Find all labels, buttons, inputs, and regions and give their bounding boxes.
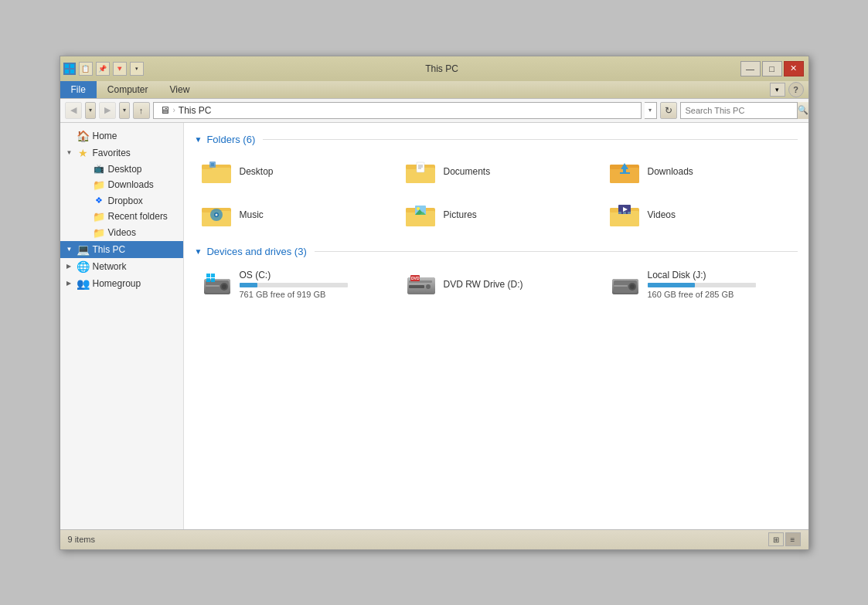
folder-label-documents: Documents (444, 166, 491, 177)
view-buttons: ⊞ ≡ (768, 532, 801, 546)
folder-item-music[interactable]: Music (195, 196, 390, 233)
up-button[interactable]: ↑ (133, 102, 150, 119)
back-button[interactable]: ◀ (65, 102, 82, 119)
sidebar-item-desktop[interactable]: 📺 Desktop (76, 161, 183, 177)
folders-section-title: Folders (6) (206, 134, 255, 145)
svg-rect-42 (628, 212, 631, 214)
sidebar-item-dropbox[interactable]: ❖ Dropbox (76, 193, 183, 209)
drive-item-j[interactable]: Local Disk (J:) 160 GB free of 285 GB (603, 265, 798, 304)
quick-access-btn2[interactable]: 📌 (96, 62, 110, 76)
back-dropdown-button[interactable]: ▾ (85, 102, 96, 119)
folder-img-downloads (609, 158, 642, 185)
address-path[interactable]: 🖥 › This PC (153, 102, 642, 119)
sidebar-item-videos[interactable]: 📁 Videos (76, 225, 183, 241)
folder-label-pictures: Pictures (444, 209, 477, 220)
sidebar-item-downloads[interactable]: 📁 Downloads (76, 177, 183, 193)
search-input[interactable] (681, 104, 797, 117)
help-button[interactable]: ? (788, 82, 804, 97)
sidebar-downloads-label: Downloads (108, 179, 154, 190)
folder-item-pictures[interactable]: Pictures (399, 196, 594, 233)
svg-text:DVD: DVD (411, 276, 420, 280)
sidebar-homegroup-label: Homegroup (93, 278, 141, 289)
svg-rect-1 (70, 64, 74, 68)
svg-rect-20 (623, 169, 626, 172)
grid-view-button[interactable]: ⊞ (768, 532, 784, 546)
folder-img-pictures (405, 201, 437, 229)
folder-item-desktop[interactable]: Desktop (195, 153, 390, 190)
dropbox-icon: ❖ (93, 195, 105, 206)
drive-info-c: OS (C:) 761 GB free of 919 GB (240, 270, 383, 299)
sidebar-favorites-label: Favorites (93, 148, 131, 158)
sidebar-item-homegroup[interactable]: ▶ 👥 Homegroup (60, 275, 183, 292)
drives-collapse-arrow[interactable]: ▼ (195, 247, 203, 256)
search-button[interactable]: 🔍 (797, 102, 808, 119)
svg-rect-2 (65, 70, 69, 73)
sidebar-item-network[interactable]: ▶ 🌐 Network (60, 258, 183, 275)
favorites-sub: 📺 Desktop 📁 Downloads ❖ Dropbox 📁 Rec (60, 161, 183, 241)
home-icon: 🏠 (77, 130, 90, 142)
sidebar-item-favorites[interactable]: ▼ ★ Favorites (60, 144, 183, 161)
quick-access-dropdown[interactable]: ▾ (130, 62, 144, 76)
list-view-button[interactable]: ≡ (785, 532, 801, 546)
items-count: 9 items (68, 535, 95, 544)
drive-bar-fill-c (240, 283, 258, 287)
svg-rect-50 (211, 274, 215, 277)
minimize-button[interactable]: — (740, 61, 761, 76)
folder-img-videos (609, 201, 642, 229)
refresh-button[interactable]: ↻ (660, 102, 677, 119)
drives-divider (315, 251, 798, 252)
ribbon-expand-button[interactable]: ▾ (770, 83, 785, 97)
svg-rect-49 (206, 274, 210, 277)
sidebar-item-home[interactable]: 🏠 Home (60, 127, 183, 144)
tab-view[interactable]: View (159, 81, 201, 98)
svg-point-47 (222, 284, 226, 289)
drive-name-c: OS (C:) (240, 270, 383, 280)
window-title: This PC (144, 63, 740, 74)
sidebar-recent-label: Recent folders (108, 211, 168, 222)
drives-grid: OS (C:) 761 GB free of 919 GB (195, 265, 798, 304)
folders-section-header: ▼ Folders (6) (195, 134, 798, 145)
folder-img-documents (405, 158, 437, 185)
drive-item-c[interactable]: OS (C:) 761 GB free of 919 GB (195, 265, 390, 304)
folder-item-downloads[interactable]: Downloads (603, 153, 798, 190)
drive-bar-fill-j (648, 283, 696, 287)
folders-collapse-arrow[interactable]: ▼ (195, 135, 203, 144)
address-bar: ◀ ▾ ▶ ▾ ↑ 🖥 › This PC ▾ ↻ 🔍 (60, 99, 808, 123)
path-separator: › (173, 106, 175, 114)
forward-dropdown-button[interactable]: ▾ (119, 102, 130, 119)
tab-computer[interactable]: Computer (97, 81, 159, 98)
quick-access-btn3[interactable]: 🔻 (113, 62, 127, 76)
file-area: ▼ Folders (6) Des (184, 123, 808, 529)
network-expand-arrow: ▶ (66, 263, 74, 270)
svg-rect-5 (202, 168, 231, 183)
app-icon (63, 63, 76, 75)
tab-file[interactable]: File (60, 81, 97, 98)
close-button[interactable]: ✕ (784, 61, 804, 76)
homegroup-icon: 👥 (77, 277, 90, 290)
drive-info-d: DVD RW Drive (D:) (444, 279, 587, 290)
title-bar-left: 📋 📌 🔻 ▾ (63, 62, 144, 76)
forward-button[interactable]: ▶ (99, 102, 116, 119)
sidebar-item-recent[interactable]: 📁 Recent folders (76, 209, 183, 225)
favorites-expand-arrow: ▼ (66, 149, 74, 156)
drive-item-d[interactable]: DVD DVD RW Drive (D:) (399, 265, 594, 304)
drive-img-d: DVD (405, 270, 437, 298)
sidebar-item-thispc[interactable]: ▼ 💻 This PC (60, 241, 183, 258)
svg-point-32 (417, 207, 420, 210)
sidebar-network-label: Network (93, 261, 127, 272)
svg-rect-48 (206, 285, 220, 287)
drive-name-d: DVD RW Drive (D:) (444, 279, 587, 290)
svg-rect-30 (406, 208, 417, 212)
drive-name-j: Local Disk (J:) (648, 270, 791, 280)
thispc-expand-arrow: ▼ (66, 246, 74, 253)
sidebar-desktop-label: Desktop (108, 164, 142, 175)
folder-item-videos[interactable]: Videos (603, 196, 798, 233)
svg-point-27 (215, 213, 217, 216)
drive-info-j: Local Disk (J:) 160 GB free of 285 GB (648, 270, 791, 299)
address-dropdown-button[interactable]: ▾ (645, 102, 657, 119)
svg-rect-18 (610, 165, 621, 169)
drives-section-header: ▼ Devices and drives (3) (195, 246, 798, 257)
quick-access-btn1[interactable]: 📋 (79, 62, 93, 76)
folder-item-documents[interactable]: Documents (399, 153, 594, 190)
maximize-button[interactable]: □ (762, 61, 782, 76)
